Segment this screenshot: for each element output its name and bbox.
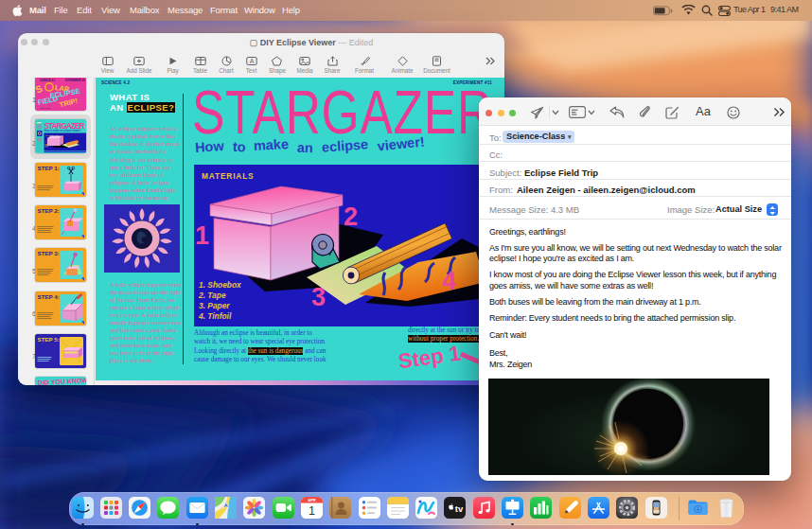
svg-text:4: 4 [442, 267, 456, 295]
svg-text:4. Tinfoil: 4. Tinfoil [198, 311, 232, 321]
svg-text:STEP 1:: STEP 1: [38, 165, 60, 171]
svg-text:SCIENCE 4.0: SCIENCE 4.0 [40, 79, 55, 82]
svg-text:FIELD: FIELD [37, 94, 60, 106]
svg-text:Mrs. Zeigen: Mrs. Zeigen [40, 107, 51, 109]
svg-text:STEP 2:: STEP 2: [38, 207, 60, 214]
svg-text:1. Shoebox: 1. Shoebox [199, 280, 241, 290]
svg-text:STEP 4:: STEP 4: [38, 293, 60, 300]
svg-text:STEP 5:: STEP 5: [38, 336, 60, 343]
svg-text:3. Paper: 3. Paper [199, 301, 230, 310]
svg-text:2: 2 [344, 203, 358, 231]
svg-text:3: 3 [311, 283, 326, 311]
svg-text:How to make an eclipse viewer!: How to make an eclipse viewer! [44, 129, 81, 132]
svg-text:APR: APR [308, 498, 316, 503]
svg-text:STEP 3:: STEP 3: [38, 250, 60, 256]
svg-text:EXPERIMENT #9: EXPERIMENT #9 [65, 79, 85, 82]
svg-text:S: S [35, 83, 44, 96]
svg-text:A: A [249, 58, 254, 64]
svg-text:1: 1 [309, 503, 315, 517]
svg-text:tv: tv [455, 503, 464, 513]
svg-text:MATERIALS: MATERIALS [202, 171, 254, 181]
svg-text:1: 1 [195, 221, 209, 250]
svg-text:2. Tape: 2. Tape [198, 291, 226, 300]
svg-text:DID YOU KNOW: DID YOU KNOW [38, 377, 86, 385]
